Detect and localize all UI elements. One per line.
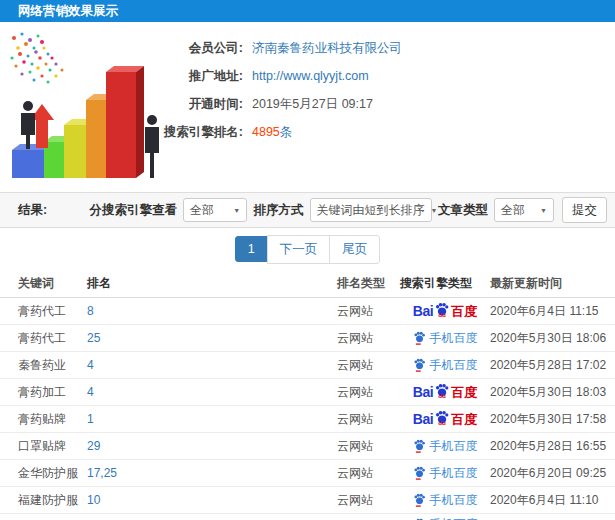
updated-cell: 2020年6月4日 11:10 xyxy=(490,492,615,509)
keyword-cell: 膏药加工 xyxy=(18,384,87,401)
rank-type-cell: 云网站 xyxy=(337,492,400,509)
confetti-dots xyxy=(10,32,63,83)
info-value: 2019年5月27日 09:17 xyxy=(252,96,373,113)
table-row: 口罩贴牌 29 云网站 手机百度 2020年5月28日 16:55 xyxy=(0,433,615,460)
rank-type-cell: 云网站 xyxy=(337,465,400,482)
column-header-updated: 最新更新时间 xyxy=(490,275,615,292)
baidu-logo-bai-text: Bai xyxy=(413,304,433,318)
chevron-down-icon: ▼ xyxy=(540,207,547,214)
filter-label: 文章类型 xyxy=(438,202,488,219)
updated-cell: 2020年5月30日 18:03 xyxy=(490,384,615,401)
filter-select[interactable]: 全部 ▼ xyxy=(183,198,247,222)
baidu-logo: Bai du 百度 xyxy=(413,302,477,320)
page-button-current[interactable]: 1 xyxy=(235,236,268,262)
mobile-baidu-label: 手机百度 xyxy=(430,492,478,509)
baidu-logo-bai-text: Bai xyxy=(413,412,433,426)
table-row: 福建防护服 10 云网站 手机百度 2020年6月4日 11:10 xyxy=(0,487,615,514)
updated-cell: 2020年6月20日 09:25 xyxy=(490,465,615,482)
mobile-baidu-logo: 手机百度 xyxy=(413,330,478,347)
engine-cell: Bai du 百度 xyxy=(400,302,490,320)
baidu-paw-icon: du xyxy=(434,410,450,426)
mobile-baidu-logo: 手机百度 xyxy=(413,516,478,520)
mobile-baidu-label: 手机百度 xyxy=(430,465,478,482)
baidu-logo-bai-text: Bai xyxy=(413,385,433,399)
rank-link[interactable]: 4 xyxy=(87,385,337,399)
keyword-cell: 秦鲁药业 xyxy=(18,357,87,374)
rank-link[interactable]: 4 xyxy=(87,358,337,372)
updated-cell: 2020年5月28日 17:02 xyxy=(490,357,615,374)
rank-type-cell: 云网站 xyxy=(337,357,400,374)
info-value: 4895条 xyxy=(252,124,292,141)
rank-type-cell: 云网站 xyxy=(337,384,400,401)
rank-type-cell: 云网站 xyxy=(337,330,400,347)
page-title: 网络营销效果展示 xyxy=(0,0,615,22)
businessman-left xyxy=(21,101,35,149)
baidu-logo: Bai du 百度 xyxy=(413,383,477,401)
rank-type-cell: 云网站 xyxy=(337,303,400,320)
keyword-cell: 福建防护服 xyxy=(18,492,87,509)
keyword-cell: 膏药贴牌 xyxy=(18,411,87,428)
bar-chart-illustration xyxy=(4,30,172,188)
rank-link[interactable]: 8 xyxy=(87,304,337,318)
info-value[interactable]: 济南秦鲁药业科技有限公司 xyxy=(252,40,402,57)
baidu-paw-icon: du xyxy=(434,383,450,399)
rank-type-cell: 云网站 xyxy=(337,411,400,428)
keyword-cell: 膏药代工 xyxy=(18,330,87,347)
keyword-cell: 膏药代工 xyxy=(18,303,87,320)
table-row: 膏药加工 4 云网站 Bai du 百度 2020年5月30日 18:03 xyxy=(0,379,615,406)
rank-link[interactable]: 17,25 xyxy=(87,466,337,480)
page-button-next[interactable]: 下一页 xyxy=(267,235,331,264)
updated-cell: 2020年5月28日 16:55 xyxy=(490,438,615,455)
filter-select-value: 全部 xyxy=(190,202,214,219)
rank-link[interactable]: 25 xyxy=(87,331,337,345)
engine-cell: 手机百度 xyxy=(400,438,490,455)
filter-select-value: 关键词由短到长排序 xyxy=(317,202,425,219)
table-row: 秦鲁药业 4 云网站 手机百度 2020年5月28日 17:02 xyxy=(0,352,615,379)
mobile-baidu-paw-icon xyxy=(413,358,426,372)
engine-cell: 手机百度 xyxy=(400,357,490,374)
bar-red xyxy=(106,66,144,178)
baidu-logo-cn-text: 百度 xyxy=(451,413,477,426)
engine-cell: Bai du 百度 xyxy=(400,410,490,428)
mobile-baidu-label: 手机百度 xyxy=(430,516,478,520)
mobile-baidu-paw-icon xyxy=(413,466,426,480)
mobile-baidu-label: 手机百度 xyxy=(430,357,478,374)
businessman-right xyxy=(145,115,159,178)
keyword-cell: 金华防护服 xyxy=(18,465,87,482)
filter-select-value: 全部 xyxy=(501,202,525,219)
results-label: 结果: xyxy=(18,202,47,219)
keyword-cell: 口罩贴牌 xyxy=(18,438,87,455)
engine-cell: 手机百度 xyxy=(400,516,490,520)
chevron-down-icon: ▼ xyxy=(233,207,240,214)
table-row: 膏药贴牌 1 云网站 Bai du 百度 2020年5月30日 17:58 xyxy=(0,406,615,433)
column-header-keyword: 关键词 xyxy=(18,275,87,292)
table-row: 膏药代工 8 云网站 Bai du 百度 2020年6月4日 11:15 xyxy=(0,298,615,325)
page-button-last[interactable]: 尾页 xyxy=(329,235,380,264)
baidu-logo-cn-text: 百度 xyxy=(451,305,477,318)
table-row: 金华防护服 17,25 云网站 手机百度 2020年6月20日 09:25 xyxy=(0,460,615,487)
filters-group: 分搜索引擎查看 全部 ▼ 排序方式 关键词由短到长排序 ▼ 文章类型 全部 ▼ … xyxy=(90,197,607,223)
mobile-baidu-logo: 手机百度 xyxy=(413,357,478,374)
rank-link[interactable]: 29 xyxy=(87,439,337,453)
filter-select[interactable]: 关键词由短到长排序 ▼ xyxy=(310,198,432,222)
filter-select[interactable]: 全部 ▼ xyxy=(494,198,554,222)
submit-button[interactable]: 提交 xyxy=(562,197,607,223)
svg-text:du: du xyxy=(439,311,447,318)
rank-link[interactable]: 1 xyxy=(87,412,337,426)
filter-label: 分搜索引擎查看 xyxy=(90,202,178,219)
mobile-baidu-paw-icon xyxy=(413,439,426,453)
mobile-baidu-paw-icon xyxy=(413,493,426,507)
updated-cell: 2020年5月30日 18:06 xyxy=(490,330,615,347)
mobile-baidu-label: 手机百度 xyxy=(430,438,478,455)
column-header-rank: 排名 xyxy=(87,275,337,292)
table-row: 膏药代工 25 云网站 手机百度 2020年5月30日 18:06 xyxy=(0,325,615,352)
engine-cell: 手机百度 xyxy=(400,330,490,347)
table-row: 手机百度 xyxy=(0,514,615,520)
table-body: 膏药代工 8 云网站 Bai du 百度 2020年6月4日 11:15 膏药代… xyxy=(0,298,615,520)
rank-type-cell: 云网站 xyxy=(337,438,400,455)
mobile-baidu-logo: 手机百度 xyxy=(413,438,478,455)
column-header-engine: 搜索引擎类型 xyxy=(400,275,490,292)
info-value[interactable]: http://www.qlyyjt.com xyxy=(252,69,369,83)
rank-link[interactable]: 10 xyxy=(87,493,337,507)
svg-text:du: du xyxy=(439,419,447,426)
